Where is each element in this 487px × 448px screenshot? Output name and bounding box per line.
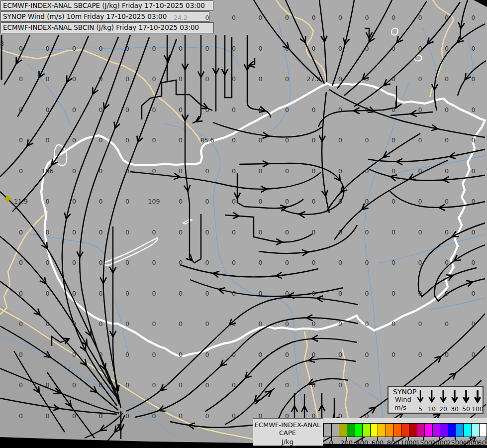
title-line-sbcape: ECMWF-INDEX-ANAL SBCAPE (J/kg) Friday 17… [0,0,213,11]
wind-speed-arrows [389,388,483,406]
cape-color-cell [355,424,363,437]
cape-color-cell [409,424,417,437]
cape-color-cell [378,424,386,437]
cape-color-cell [394,424,402,437]
cape-color-cell [480,424,487,437]
cape-color-cell [456,424,464,437]
cape-tick-label: 6000 [475,439,487,447]
cape-legend: ECMWF-INDEX-ANAL CAPE J/kg 0200400600800… [253,417,487,447]
cape-legend-source: ECMWF-INDEX-ANAL [253,421,322,429]
cape-color-cell [339,424,347,437]
wind-speed-label: 100 [471,405,484,413]
cape-color-cell [371,424,379,437]
cape-color-cell [347,424,355,437]
cape-color-cell [401,424,409,437]
weather-map [0,0,487,448]
title-line-sbcin: ECMWF-INDEX-ANAL SBCIN (J/kg) Friday 17-… [0,22,214,33]
cape-color-cell [448,424,456,437]
cape-color-cell [425,424,433,437]
weather-map-app: ECMWF-INDEX-ANAL SBCAPE (J/kg) Friday 17… [0,0,487,448]
cape-color-cell [324,424,332,437]
title-line-wind: SYNOP Wind (m/s) 10m Friday 17-10-2025 0… [0,11,209,22]
cape-color-cell [440,424,448,437]
cape-legend-param: CAPE [253,429,322,437]
cape-color-cell [386,424,394,437]
cape-color-cell [332,424,340,437]
cape-color-cell [363,424,371,437]
cape-legend-strip [323,418,487,423]
cape-colorbar [323,423,487,437]
cape-color-cell [433,424,441,437]
cape-color-cell [464,424,472,437]
cape-legend-units: J/kg [253,438,322,446]
wind-legend: SYNOP Wind m/s 510203050100 [388,386,484,414]
cape-color-cell [472,424,480,437]
cape-color-cell [417,424,425,437]
